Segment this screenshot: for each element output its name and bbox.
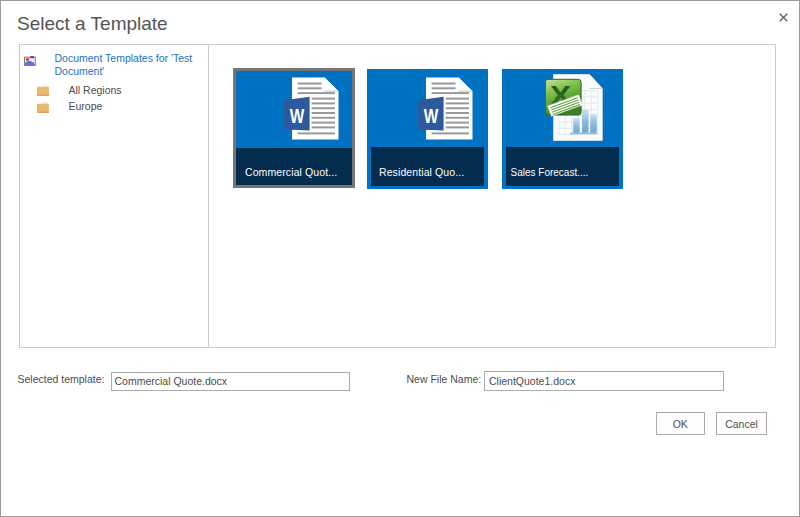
svg-text:W: W xyxy=(290,105,305,127)
svg-text:W: W xyxy=(424,105,439,127)
